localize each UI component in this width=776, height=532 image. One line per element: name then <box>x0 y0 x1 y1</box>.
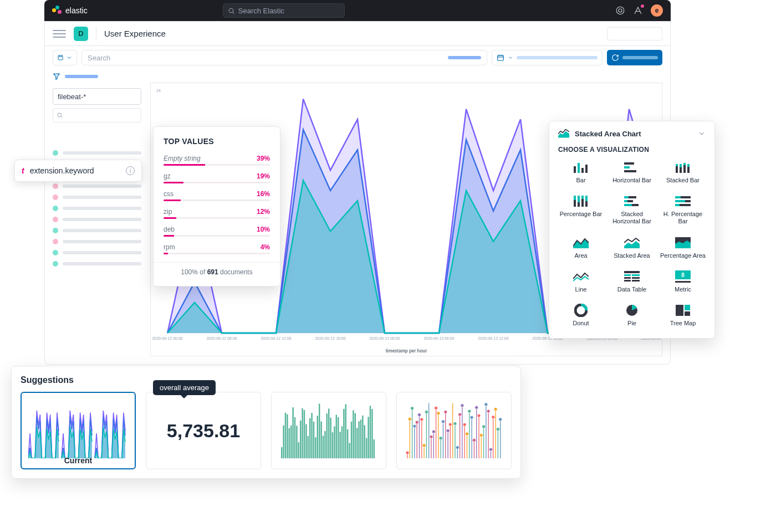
svg-text:2020-06-12 18:00: 2020-06-12 18:00 <box>315 336 345 341</box>
svg-point-136 <box>415 421 418 424</box>
top-value-row[interactable]: Empty string39% <box>164 155 270 166</box>
suggestion-metric[interactable]: overall average 5,735.81 <box>146 392 261 469</box>
field-search-input[interactable] <box>53 108 141 122</box>
help-icon[interactable] <box>615 6 625 16</box>
svg-rect-31 <box>624 166 630 168</box>
svg-point-192 <box>482 425 486 428</box>
svg-rect-93 <box>311 413 312 458</box>
svg-rect-32 <box>624 170 636 172</box>
svg-rect-62 <box>624 271 640 273</box>
svg-point-130 <box>408 417 411 421</box>
info-icon[interactable]: i <box>126 166 135 175</box>
svg-point-138 <box>418 413 421 417</box>
date-picker-button[interactable] <box>492 50 603 65</box>
svg-rect-89 <box>304 410 305 458</box>
suggestions-panel: Suggestions Current overall average 5,73… <box>11 366 521 479</box>
svg-text:2020-06-12 06:00: 2020-06-12 06:00 <box>206 336 237 341</box>
viz-option-stacked-bar[interactable]: Stacked Bar <box>660 161 706 184</box>
top-value-row[interactable]: deb10% <box>164 226 270 237</box>
list-item[interactable] <box>53 217 141 222</box>
index-pattern-input[interactable] <box>53 88 141 105</box>
field-chip[interactable]: t extension.keyword i <box>14 160 142 182</box>
list-item[interactable] <box>53 261 141 267</box>
suggestion-current[interactable]: Current <box>21 392 136 469</box>
filter-pill[interactable] <box>65 75 98 78</box>
svg-rect-60 <box>675 204 680 206</box>
svg-rect-56 <box>675 196 681 198</box>
viz-option-horizontal-bar[interactable]: Horizontal Bar <box>609 161 655 184</box>
top-value-row[interactable]: gz19% <box>164 172 270 183</box>
viz-option-metric[interactable]: 8Metric <box>660 270 706 293</box>
top-value-row[interactable]: zip12% <box>164 208 270 219</box>
chevron-down-icon <box>508 55 513 60</box>
svg-rect-30 <box>624 162 634 165</box>
donut-icon <box>573 304 589 316</box>
svg-rect-81 <box>289 428 290 458</box>
viz-option-h-percentage-bar[interactable]: H. Percentage Bar <box>660 195 706 225</box>
list-item[interactable] <box>53 150 141 156</box>
list-item[interactable] <box>53 228 141 233</box>
list-item[interactable] <box>53 239 141 244</box>
viz-option-stacked-area[interactable]: Stacked Area <box>609 237 655 259</box>
top-value-row[interactable]: css16% <box>164 190 270 201</box>
svg-rect-37 <box>683 165 686 173</box>
svg-rect-63 <box>624 274 631 276</box>
svg-rect-112 <box>347 429 348 458</box>
svg-rect-98 <box>320 421 321 458</box>
viz-option-area[interactable]: Area <box>558 237 604 259</box>
svg-rect-102 <box>328 408 329 458</box>
svg-point-3 <box>619 9 622 12</box>
list-item[interactable] <box>53 250 141 255</box>
svg-rect-94 <box>313 422 314 458</box>
suggestion-scatter[interactable] <box>396 392 512 469</box>
viz-option-data-table[interactable]: Data Table <box>609 270 655 293</box>
svg-text:timestamp per hour: timestamp per hour <box>386 349 428 354</box>
top-value-row[interactable]: rpm4% <box>164 243 270 254</box>
svg-point-0 <box>229 8 233 13</box>
svg-point-134 <box>413 424 416 428</box>
viz-option-pie[interactable]: Pie <box>609 304 655 327</box>
svg-point-150 <box>432 430 435 433</box>
viz-option-stacked-horizontal-bar[interactable]: Stacked Horizontal Bar <box>609 195 655 225</box>
svg-rect-91 <box>308 436 309 458</box>
filter-icon[interactable] <box>53 73 60 80</box>
svg-text:2020-06-13 06:00: 2020-06-13 06:00 <box>423 336 454 341</box>
svg-rect-87 <box>300 421 301 458</box>
area-icon <box>573 237 589 249</box>
svg-point-174 <box>461 404 464 407</box>
app-badge[interactable]: D <box>74 27 88 41</box>
header-action-placeholder[interactable] <box>607 27 662 40</box>
svg-rect-58 <box>675 200 685 202</box>
news-icon[interactable] <box>633 6 643 16</box>
calendar-icon <box>497 54 504 62</box>
svg-rect-105 <box>334 426 335 458</box>
user-avatar[interactable]: e <box>651 4 663 17</box>
svg-rect-103 <box>330 418 331 458</box>
field-type-icon: t <box>22 166 24 175</box>
suggestion-bar[interactable] <box>271 392 386 469</box>
global-search-input[interactable]: Search Elastic <box>223 3 345 18</box>
query-input[interactable]: Search <box>81 50 487 65</box>
brand-logo[interactable]: elastic <box>52 6 88 16</box>
svg-point-158 <box>442 420 445 423</box>
nav-toggle-icon[interactable] <box>53 30 66 38</box>
viz-current-button[interactable]: Stacked Area Chart <box>558 129 706 138</box>
viz-option-percentage-area[interactable]: Percentage Area <box>660 237 706 259</box>
list-item[interactable] <box>53 206 141 211</box>
svg-point-196 <box>487 410 490 413</box>
list-item[interactable] <box>53 195 141 200</box>
viz-option-donut[interactable]: Donut <box>558 304 604 327</box>
viz-option-line[interactable]: Line <box>558 270 604 293</box>
viz-option-percentage-bar[interactable]: Percentage Bar <box>558 195 604 225</box>
svg-rect-83 <box>292 407 293 458</box>
viz-option-bar[interactable]: Bar <box>558 161 604 184</box>
list-item[interactable] <box>53 183 141 189</box>
svg-rect-97 <box>319 404 320 458</box>
viz-option-tree-map[interactable]: Tree Map <box>660 304 706 327</box>
kql-toggle-button[interactable] <box>53 50 77 65</box>
refresh-button[interactable] <box>607 50 662 65</box>
svg-rect-86 <box>298 442 299 458</box>
svg-rect-48 <box>585 196 588 201</box>
svg-rect-36 <box>680 164 682 167</box>
svg-point-152 <box>435 406 438 410</box>
